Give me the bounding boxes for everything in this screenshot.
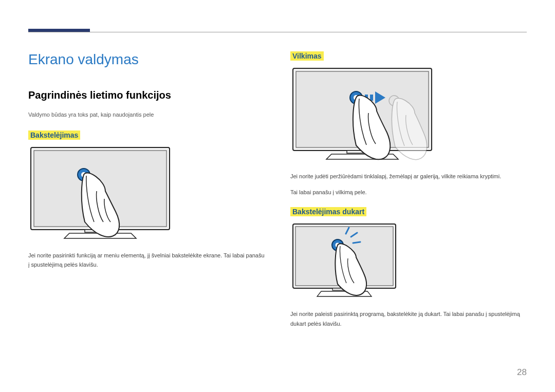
manual-page: Ekrano valdymas Pagrindinės lietimo funk… [0,0,555,392]
intro-text: Valdymo būdas yra toks pat, kaip naudoja… [28,110,265,119]
drag-desc-2: Tai labai panašu į vilkimą pele. [290,188,527,197]
tap-desc: Jei norite pasirinkti funkciją ar meniu … [28,251,265,270]
drag-illustration [290,66,439,165]
dbltap-heading: Bakstelėjimas dukart [290,207,366,216]
right-column: Vilkimas [290,51,527,339]
dbltap-desc: Jei norite paleisti pasirinktą programą,… [290,309,527,328]
two-column-layout: Ekrano valdymas Pagrindinės lietimo funk… [28,51,527,339]
page-title: Ekrano valdymas [28,51,265,68]
left-column: Ekrano valdymas Pagrindinės lietimo funk… [28,51,265,339]
drag-desc-1: Jei norite judėti peržiūrėdami tinklalap… [290,172,527,181]
chapter-marker [28,29,90,32]
svg-line-18 [353,242,360,243]
drag-heading: Vilkimas [290,51,324,61]
section-heading: Pagrindinės lietimo funkcijos [28,89,265,101]
header-rule [28,32,527,32]
tap-heading: Bakstelėjimas [28,130,80,140]
page-number: 28 [517,367,527,378]
tap-illustration [28,145,177,245]
dbltap-illustration [290,221,401,303]
